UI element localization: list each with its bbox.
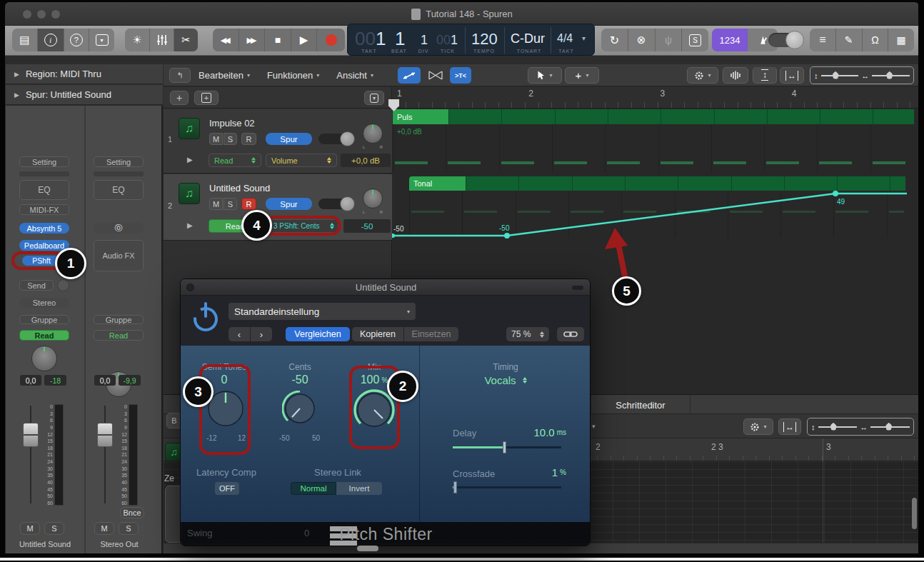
record-enable-button[interactable]: R	[241, 133, 256, 145]
pan-knob-left[interactable]	[31, 346, 57, 371]
zoom-slider-knob[interactable]	[833, 71, 839, 79]
preset-select[interactable]: Standardeinstellung▾	[229, 303, 416, 320]
zoom-slider-knob[interactable]	[830, 423, 837, 431]
pan-value-left[interactable]: 0,0	[20, 375, 41, 386]
timing-select[interactable]: Vocals	[466, 374, 545, 386]
track-name[interactable]: Impulse 02	[209, 118, 255, 129]
cents-knob[interactable]	[282, 391, 318, 426]
rewind-button[interactable]: ◀◀	[213, 29, 238, 51]
fader-handle-right[interactable]	[97, 423, 113, 447]
crossfade-value-row[interactable]: 1 %	[495, 466, 566, 478]
editor-auto-zoom-button[interactable]: ↔	[778, 418, 801, 435]
fader-handle-left[interactable]	[23, 423, 39, 447]
count-in-button[interactable]: 1234	[712, 29, 748, 51]
editor-settings-menu[interactable]: ▾	[743, 418, 773, 435]
editor-menu-chevron-icon[interactable]: ▾	[592, 423, 596, 430]
track-freeze-toggle[interactable]	[318, 134, 354, 144]
compare-button[interactable]: Vergleichen	[286, 327, 350, 341]
automation-disclosure-icon[interactable]: ▶	[187, 156, 193, 164]
catch-playhead-button[interactable]: >T<	[450, 67, 471, 84]
zoom-slider-knob[interactable]	[885, 423, 892, 431]
solo-button-right[interactable]: S	[119, 522, 139, 535]
send-slot[interactable]: Send	[19, 280, 54, 291]
vertical-zoom-slider[interactable]	[821, 75, 859, 76]
preset-prev-button[interactable]: ‹	[229, 327, 250, 341]
gain-slot-right[interactable]	[94, 171, 144, 176]
stop-button[interactable]: ■	[265, 29, 291, 51]
left-click-tool-menu[interactable]: ▾	[528, 67, 562, 84]
loop-browser-button[interactable]: Ω	[863, 29, 888, 51]
volume-value-left[interactable]: -18	[44, 375, 66, 386]
mixer-button[interactable]	[150, 29, 174, 51]
view-size-select[interactable]: 75 %	[506, 327, 549, 341]
automation-curve[interactable]	[392, 174, 918, 241]
automation-parameter-select[interactable]: 3 PShft: Cents	[269, 219, 338, 233]
lcd-tick[interactable]: 1	[451, 33, 458, 48]
paste-button[interactable]: Einsetzen	[404, 327, 458, 341]
smart-controls-button[interactable]: ☀	[125, 29, 149, 51]
track-icon[interactable]: ♫	[179, 118, 200, 139]
power-icon[interactable]	[191, 302, 220, 333]
preset-next-button[interactable]: ›	[251, 327, 272, 341]
horizontal-zoom-slider[interactable]	[870, 426, 910, 428]
toggle-knob[interactable]	[340, 196, 355, 211]
horizontal-zoom-slider[interactable]	[872, 75, 910, 76]
automation-value-display[interactable]: +0,0 dB	[341, 154, 391, 167]
list-editors-button[interactable]: ≡	[810, 29, 835, 51]
lcd-key[interactable]: C-Dur	[511, 31, 545, 46]
automation-mode-select[interactable]: Read	[209, 154, 261, 167]
delay-value-row[interactable]: 10.0 ms	[495, 426, 566, 438]
track-settings-menu[interactable]: ▾	[687, 67, 718, 84]
delay-slider-track[interactable]	[453, 446, 561, 448]
command-click-tool-menu[interactable]: + ▾	[565, 67, 599, 84]
automation-disclosure-icon[interactable]: ▶	[187, 221, 193, 229]
volume-value-right[interactable]: -9,9	[119, 375, 141, 386]
bar-ruler[interactable]: 1234	[392, 87, 918, 109]
track-pan-knob[interactable]	[363, 189, 383, 209]
eq-slot-right[interactable]: EQ	[94, 180, 144, 200]
cycle-button[interactable]: ↻	[601, 29, 628, 51]
menu-item[interactable]: Ansicht▾	[336, 70, 373, 81]
lcd-signature[interactable]: 4/4	[557, 32, 573, 45]
vertical-auto-zoom-button[interactable]: ↕	[753, 67, 777, 84]
region-puls[interactable]: Puls +0,0 dB	[393, 109, 914, 172]
lcd-tempo[interactable]: 120	[471, 30, 498, 49]
fader-track-right[interactable]	[104, 406, 106, 503]
add-track-button[interactable]: +	[170, 91, 189, 105]
library-button[interactable]: ▤	[12, 29, 37, 51]
lcd-div[interactable]: 1	[421, 33, 428, 48]
mute-button[interactable]: M	[209, 198, 223, 210]
stereo-link-invert-button[interactable]: Invert	[336, 482, 382, 495]
menu-item[interactable]: Funktionen▾	[267, 70, 319, 81]
setting-button-right[interactable]: Setting	[94, 156, 144, 167]
horizontal-scrollbar-thumb[interactable]	[357, 546, 378, 551]
media-browser-button[interactable]: ▦	[888, 29, 914, 51]
cents-value[interactable]: -50	[268, 373, 332, 386]
crossfade-slider-track[interactable]	[453, 486, 561, 488]
solo-button[interactable]: S	[224, 133, 237, 145]
duplicate-track-button[interactable]: +	[194, 91, 219, 105]
track-name[interactable]: Untitled Sound	[209, 183, 270, 194]
track-header-config-button[interactable]: ▾	[364, 91, 384, 105]
output-slot-left[interactable]: Stereo	[19, 298, 69, 308]
audio-fx-slot[interactable]: Audio FX	[94, 240, 144, 271]
link-button[interactable]	[557, 327, 584, 341]
solo-button-left[interactable]: S	[44, 522, 64, 535]
crossfade-tool-button[interactable]	[423, 67, 448, 84]
automation-parameter-select[interactable]: Volume	[266, 154, 337, 167]
delay-slider-handle[interactable]	[503, 441, 506, 453]
mute-button-right[interactable]: M	[94, 522, 114, 535]
automation-toggle-button[interactable]	[398, 67, 421, 84]
track-on-button[interactable]: Spur	[266, 198, 312, 210]
vertical-zoom-slider[interactable]	[818, 426, 858, 428]
tuner-button[interactable]: ψ	[656, 29, 682, 51]
setting-button-left[interactable]: Setting	[19, 156, 69, 167]
instrument-slot-absynth[interactable]: Absynth 5	[19, 223, 69, 234]
record-enable-button-active[interactable]: R	[241, 198, 256, 210]
plugin-titlebar[interactable]: Untitled Sound	[181, 279, 591, 296]
eq-slot-left[interactable]: EQ	[19, 180, 69, 200]
back-button[interactable]: ↰	[169, 68, 191, 83]
lcd-chevron-icon[interactable]: ▾	[582, 34, 586, 42]
record-button[interactable]	[317, 29, 345, 51]
stereo-link-normal-button[interactable]: Normal	[291, 482, 336, 495]
